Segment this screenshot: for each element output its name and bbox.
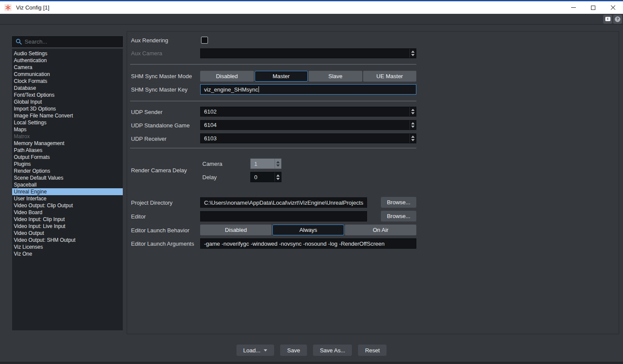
shm-sync-master-mode-segmented: DisabledMasterSlaveUE Master — [200, 71, 416, 82]
spinner-down-button[interactable] — [411, 139, 415, 141]
load-button[interactable]: Load... — [236, 345, 275, 356]
aux-rendering-label: Aux Rendering — [131, 37, 168, 44]
udp-sender-spinner[interactable]: 6102 — [200, 107, 416, 117]
sidebar-item-video-output-shm-output[interactable]: Video Output: SHM Output — [12, 237, 123, 244]
viz-app-icon — [4, 4, 12, 11]
toolbar: i ? — [0, 14, 623, 25]
shm-sync-master-mode-option-disabled[interactable]: Disabled — [200, 71, 254, 82]
shm-sync-master-mode-option-master[interactable]: Master — [255, 71, 308, 82]
maximize-button[interactable] — [583, 1, 603, 14]
sidebar-item-output-formats[interactable]: Output Formats — [12, 154, 123, 161]
spinner-up-button[interactable] — [411, 136, 415, 138]
sidebar-item-viz-one[interactable]: Viz One — [12, 250, 123, 257]
aux-rendering-checkbox[interactable] — [201, 37, 208, 44]
editor-browse-button[interactable]: Browse... — [381, 211, 416, 222]
sidebar-item-video-input-clip-input[interactable]: Video Input: Clip Input — [12, 216, 123, 223]
help-button[interactable]: ? — [613, 15, 622, 24]
sidebar-item-maps[interactable]: Maps — [12, 126, 123, 133]
project-directory-browse-button[interactable]: Browse... — [381, 197, 416, 208]
separator — [130, 148, 416, 149]
editor-launch-behavior-label: Editor Launch Behavior — [131, 227, 189, 234]
sidebar-item-user-interface[interactable]: User Interface — [12, 195, 123, 202]
spinner-down-button[interactable] — [411, 126, 415, 128]
sidebar-item-plugins[interactable]: Plugins — [12, 161, 123, 168]
reset-button[interactable]: Reset — [358, 345, 387, 356]
spinner-arrows — [409, 120, 416, 130]
sidebar-item-local-settings[interactable]: Local Settings — [12, 119, 123, 126]
sidebar-item-video-board[interactable]: Video Board — [12, 209, 123, 216]
sidebar-item-database[interactable]: Database — [12, 85, 123, 92]
aux-camera-spinner[interactable] — [200, 48, 416, 58]
save-as-button[interactable]: Save As... — [313, 345, 352, 356]
titlebar: Viz Config [1] — [0, 0, 623, 14]
separator — [130, 64, 416, 65]
reset-button-label: Reset — [365, 347, 380, 354]
shm-sync-master-key-input[interactable]: viz_engine_SHMsync — [200, 84, 416, 95]
save-as-button-label: Save As... — [320, 347, 345, 354]
spinner-down-button[interactable] — [276, 165, 280, 167]
sidebar-item-path-aliases[interactable]: Path Aliases — [12, 147, 123, 154]
spinner-arrows — [275, 172, 281, 182]
spinner-down-button[interactable] — [411, 112, 415, 114]
sidebar-item-unreal-engine[interactable]: Unreal Engine — [12, 188, 123, 195]
sidebar-item-matrox[interactable]: Matrox — [12, 133, 123, 140]
search-input[interactable] — [25, 38, 122, 45]
sidebar-item-video-input-live-input[interactable]: Video Input: Live Input — [12, 223, 123, 230]
editor-launch-arguments-input[interactable]: -game -noverifygc -windowed -novsync -no… — [200, 238, 416, 249]
shm-sync-master-mode-option-ue-master[interactable]: UE Master — [363, 71, 417, 82]
sidebar-item-viz-licenses[interactable]: Viz Licenses — [12, 244, 123, 250]
sidebar-item-scene-default-values[interactable]: Scene Default Values — [12, 174, 123, 181]
editor-launch-behavior-option-disabled[interactable]: Disabled — [200, 225, 272, 235]
save-button[interactable]: Save — [280, 345, 307, 356]
spinner-up-button[interactable] — [411, 51, 415, 53]
udp-standalone-game-label: UDP Standalone Game — [131, 122, 190, 129]
udp-receiver-label: UDP Receiver — [131, 136, 166, 142]
sidebar-item-global-input[interactable]: Global Input — [12, 98, 123, 105]
close-button[interactable] — [603, 1, 623, 14]
spinner-up-button[interactable] — [411, 109, 415, 111]
project-directory-label: Project Directory — [131, 199, 173, 206]
spinner-up-button[interactable] — [276, 161, 280, 163]
sidebar-item-video-output[interactable]: Video Output — [12, 230, 123, 237]
maximize-icon — [591, 6, 595, 10]
shm-sync-master-key-value: viz_engine_SHMsync — [204, 86, 258, 93]
sidebar-item-audio-settings[interactable]: Audio Settings — [12, 50, 123, 57]
spinner-up-button[interactable] — [276, 174, 280, 177]
sidebar-item-import-3d-options[interactable]: Import 3D Options — [12, 105, 123, 112]
sidebar-item-clock-formats[interactable]: Clock Formats — [12, 78, 123, 85]
help-icon: ? — [615, 16, 620, 22]
udp-standalone-game-spinner[interactable]: 6104 — [200, 120, 416, 130]
sidebar-item-authentication[interactable]: Authentication — [12, 57, 123, 64]
udp-receiver-spinner[interactable]: 6103 — [200, 133, 416, 143]
spinner-up-button[interactable] — [411, 122, 415, 124]
sidebar-item-image-file-name-convert[interactable]: Image File Name Convert — [12, 112, 123, 119]
project-directory-input[interactable]: C:\Users\noname\AppData\Local\vizrt\VizE… — [200, 197, 367, 208]
sidebar-item-render-options[interactable]: Render Options — [12, 168, 123, 174]
shm-sync-master-mode-option-slave[interactable]: Slave — [309, 71, 362, 82]
settings-category-list: Audio SettingsAuthenticationCameraCommun… — [12, 49, 123, 330]
udp-receiver-value: 6103 — [204, 135, 217, 142]
sidebar-item-spaceball[interactable]: Spaceball — [12, 181, 123, 188]
spinner-arrows — [275, 159, 281, 168]
separator — [130, 101, 416, 101]
info-button[interactable]: i — [603, 15, 612, 24]
editor-launch-behavior-option-always[interactable]: Always — [272, 225, 344, 235]
sidebar-item-memory-management[interactable]: Memory Management — [12, 140, 123, 147]
render-camera-delay-label: Render Camera Delay — [131, 167, 187, 174]
text-caret — [259, 86, 259, 92]
sidebar-item-video-output-clip-output[interactable]: Video Output: Clip Output — [12, 202, 123, 209]
search-box — [12, 36, 123, 47]
delay-spinner[interactable]: 0 — [250, 172, 281, 182]
spinner-down-button[interactable] — [411, 54, 415, 56]
editor-input[interactable] — [200, 211, 367, 222]
minimize-icon — [571, 7, 576, 8]
sidebar-item-font-text-options[interactable]: Font/Text Options — [12, 92, 123, 98]
sidebar-item-camera[interactable]: Camera — [12, 64, 123, 71]
camera-spinner[interactable]: 1 — [250, 158, 281, 169]
delay-label: Delay — [202, 174, 217, 180]
sidebar-item-communication[interactable]: Communication — [12, 71, 123, 78]
spinner-down-button[interactable] — [276, 178, 280, 180]
minimize-button[interactable] — [563, 1, 583, 14]
spinner-arrows — [409, 107, 416, 116]
editor-launch-behavior-option-on-air[interactable]: On Air — [345, 225, 416, 235]
